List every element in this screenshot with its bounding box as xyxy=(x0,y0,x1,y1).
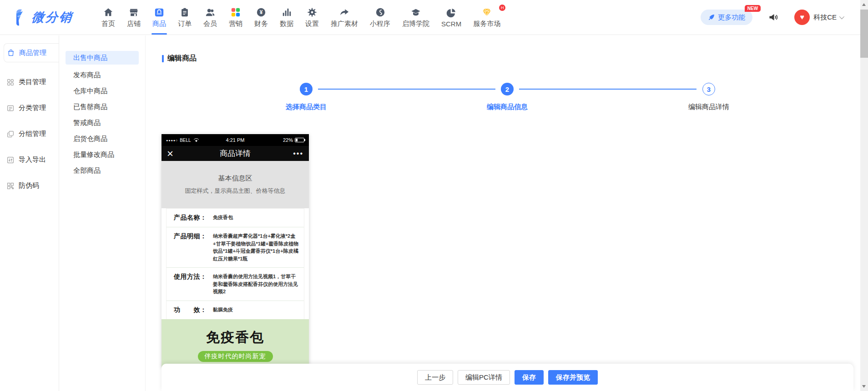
scrollbar-thumb[interactable] xyxy=(860,10,868,58)
status-time: 4:21 PM xyxy=(226,137,245,143)
more-dots-icon: ••• xyxy=(293,150,303,158)
title-accent-bar xyxy=(162,55,164,62)
submenu-item-all-goods[interactable]: 全部商品 xyxy=(60,162,145,178)
speaker-icon[interactable] xyxy=(768,12,779,23)
gem-icon xyxy=(481,6,492,17)
detail-row-effect: 功 效： 黏膜免疫 xyxy=(167,301,304,319)
basic-info-placeholder: 基本信息区 固定样式，显示商品主图、价格等信息 xyxy=(161,161,309,208)
miniprogram-icon xyxy=(375,6,385,17)
scrollbar-up-arrow[interactable] xyxy=(862,3,866,6)
main-content: 编辑商品 1 选择商品类目 2 编辑商品信息 3 编辑商品详情 ●●●●○ BE… xyxy=(146,35,860,391)
nav-item-promo-material[interactable]: 推广素材 xyxy=(325,0,364,35)
step-edit-info[interactable]: 2 编辑商品信息 xyxy=(471,83,544,111)
marketing-clover-icon xyxy=(231,6,241,17)
qr-code-icon xyxy=(6,182,15,190)
primary-sidebar: 商品管理 类目管理 分类管理 分组管理 导入导出 防伪码 xyxy=(0,35,59,391)
scrollbar-down-arrow[interactable] xyxy=(862,385,866,388)
nav-item-home[interactable]: 首页 xyxy=(96,0,121,35)
graduation-cap-icon xyxy=(410,6,421,17)
finance-yen-icon: ¥ xyxy=(256,6,266,17)
nav-item-miniprogram[interactable]: 小程序 xyxy=(364,0,396,35)
nav-item-members[interactable]: 会员 xyxy=(197,0,223,35)
catalog-grid-icon xyxy=(6,78,15,86)
avatar: ♥ xyxy=(794,10,810,25)
account-dropdown[interactable]: ♥ 科技CE xyxy=(794,10,843,25)
chevron-down-icon xyxy=(839,14,844,19)
banner-tagline-pill: 伴疫时代的时尚新宠 xyxy=(198,351,273,362)
share-arrow-icon xyxy=(339,6,349,17)
nav-item-academy[interactable]: 启博学院 xyxy=(396,0,435,35)
battery-icon xyxy=(295,138,304,142)
submenu-item-batch-edit[interactable]: 批量修改商品 xyxy=(60,146,145,162)
app-logo[interactable]: 微分销 xyxy=(13,8,91,26)
wizard-stepper: 1 选择商品类目 2 编辑商品信息 3 编辑商品详情 xyxy=(306,83,709,115)
step-edit-detail[interactable]: 3 编辑商品详情 xyxy=(672,83,745,111)
sidebar-item-catalog-management[interactable]: 类目管理 xyxy=(0,69,59,95)
account-name: 科技CE xyxy=(813,13,837,22)
detail-row-usage: 使用方法： 纳米香囊的使用方法见视频1，甘草干姜和藿香陈皮搭配香芬仪的使用方法见… xyxy=(167,267,304,301)
nav-item-settings[interactable]: 设置 xyxy=(299,0,325,35)
bar-chart-icon xyxy=(282,6,292,17)
submenu-item-stock-warehouse[interactable]: 启货仓商品 xyxy=(60,130,145,146)
logo-icon xyxy=(13,8,28,26)
main-nav: 首页 店铺 商品 订单 会员 营销 xyxy=(96,0,506,35)
submenu-item-alert[interactable]: 警戒商品 xyxy=(60,115,145,130)
signal-dots: ●●●●○ xyxy=(166,139,178,142)
home-icon xyxy=(103,6,113,17)
save-button[interactable]: 保存 xyxy=(515,370,544,385)
phone-status-bar: ●●●●○ BELL 4:21 PM 22% xyxy=(161,134,309,146)
close-icon: × xyxy=(167,148,173,159)
phone-page-title: 商品详情 xyxy=(220,148,251,159)
nav-item-finance[interactable]: ¥ 财务 xyxy=(248,0,274,35)
top-navbar: 微分销 首页 店铺 商品 订单 会员 xyxy=(0,0,860,35)
new-badge: NEW xyxy=(745,5,761,12)
sidebar-item-goods-management[interactable]: 商品管理 xyxy=(4,43,59,62)
svg-text:¥: ¥ xyxy=(260,9,263,15)
more-features-button[interactable]: 更多功能 NEW xyxy=(701,10,752,25)
goods-bag-icon xyxy=(154,6,164,17)
order-clipboard-icon xyxy=(180,6,190,17)
sidebar-item-import-export[interactable]: 导入导出 xyxy=(0,147,59,173)
step-connector xyxy=(519,89,696,90)
nav-item-data[interactable]: 数据 xyxy=(274,0,299,35)
sidebar-item-anticounterfeit-code[interactable]: 防伪码 xyxy=(0,173,59,199)
step-connector xyxy=(318,89,495,90)
nav-item-scrm[interactable]: SCRM xyxy=(435,0,467,35)
topbar-right: 更多功能 NEW ♥ 科技CE xyxy=(701,10,843,25)
members-icon xyxy=(205,6,215,17)
submenu-item-on-sale[interactable]: 出售中商品 xyxy=(66,51,139,65)
wifi-icon xyxy=(193,138,199,142)
nav-item-shop[interactable]: 店铺 xyxy=(121,0,146,35)
detail-row-contents: 产品明细： 纳米香囊超声雾化器*1台+雾化液*2盒+甘草干姜植物饮品*1罐+藿香… xyxy=(167,227,304,267)
nav-item-marketing[interactable]: 营销 xyxy=(223,0,248,35)
submenu-item-sold-out[interactable]: 已售罄商品 xyxy=(60,99,145,115)
pie-chart-icon xyxy=(446,7,456,18)
banner-title: 免疫香包 xyxy=(161,319,309,347)
store-icon xyxy=(129,6,139,17)
battery-percent: 22% xyxy=(283,137,293,143)
footer-action-bar: 上一步 编辑PC详情 保存 保存并预览 xyxy=(161,364,853,391)
submenu-item-in-warehouse[interactable]: 仓库中商品 xyxy=(60,83,145,99)
nav-item-service-market[interactable]: 服务市场 H xyxy=(467,0,506,35)
sidebar-item-group-management[interactable]: 分组管理 xyxy=(0,121,59,147)
service-market-badge: H xyxy=(499,5,505,11)
save-and-preview-button[interactable]: 保存并预览 xyxy=(548,370,598,385)
group-layers-icon xyxy=(6,130,15,138)
import-export-icon xyxy=(6,156,15,164)
vertical-scrollbar[interactable] xyxy=(860,0,868,391)
goods-submenu: 出售中商品 发布商品 仓库中商品 已售罄商品 警戒商品 启货仓商品 批量修改商品… xyxy=(60,35,146,391)
goods-management-icon xyxy=(7,49,15,57)
classification-list-icon xyxy=(6,104,15,112)
nav-item-goods[interactable]: 商品 xyxy=(146,0,172,35)
step-select-category[interactable]: 1 选择商品类目 xyxy=(270,83,343,111)
phone-nav-bar: × 商品详情 ••• xyxy=(161,146,309,161)
rocket-icon xyxy=(708,14,715,21)
sidebar-item-classification-management[interactable]: 分类管理 xyxy=(0,95,59,121)
nav-item-orders[interactable]: 订单 xyxy=(172,0,197,35)
edit-pc-detail-button[interactable]: 编辑PC详情 xyxy=(458,370,510,385)
previous-step-button[interactable]: 上一步 xyxy=(417,370,453,385)
gear-icon xyxy=(307,6,317,17)
detail-row-name: 产品名称： 免疫香包 xyxy=(167,209,304,227)
mobile-preview: ●●●●○ BELL 4:21 PM 22% × 商品详情 ••• 基本信息区 … xyxy=(161,134,309,367)
submenu-item-publish[interactable]: 发布商品 xyxy=(60,67,145,83)
